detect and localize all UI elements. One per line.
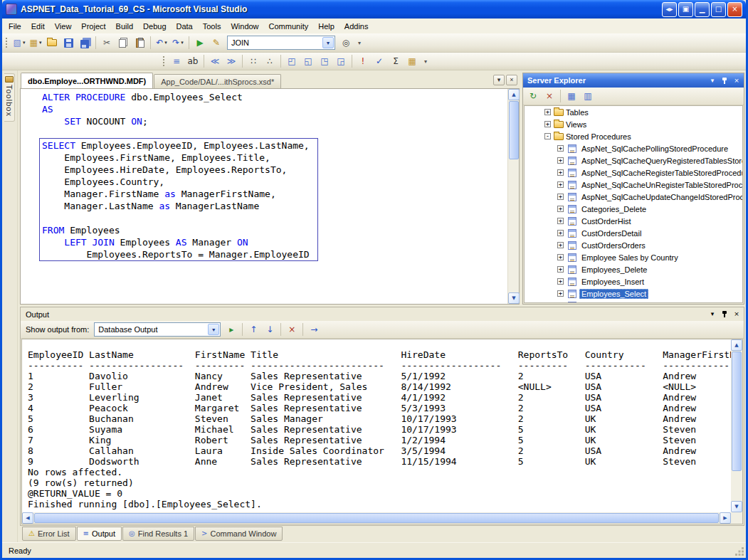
group-by-icon[interactable]: Σ: [388, 53, 404, 69]
menu-item-project[interactable]: Project: [76, 20, 110, 33]
menu-item-file[interactable]: File: [4, 20, 26, 33]
tree-item-employees-select[interactable]: +Employees_Select: [525, 287, 742, 300]
scroll-down-icon[interactable]: ▼: [731, 501, 742, 512]
sql-search-combo[interactable]: JOIN▼: [227, 36, 335, 50]
save-all-icon[interactable]: [77, 35, 93, 51]
expander-icon[interactable]: -: [544, 133, 551, 139]
comment-icon[interactable]: ∷: [246, 53, 261, 69]
menu-item-help[interactable]: Help: [313, 20, 339, 33]
add-new-item-icon[interactable]: ▧▾: [11, 35, 27, 51]
scroll-up-icon[interactable]: ▲: [508, 89, 520, 100]
toolbox-tab[interactable]: Toolbox: [4, 73, 15, 122]
paste-icon[interactable]: [132, 35, 147, 51]
menu-item-view[interactable]: View: [50, 20, 77, 33]
member-list-icon[interactable]: ≡: [169, 53, 184, 69]
auto-hide-pin-icon[interactable]: [719, 309, 730, 319]
expander-icon[interactable]: +: [557, 218, 564, 224]
expander-icon[interactable]: +: [557, 157, 564, 164]
pencil-icon[interactable]: ✎: [209, 35, 224, 51]
diagram-pane-icon[interactable]: ◰: [284, 53, 300, 69]
tree-item-employee-sales-by-country[interactable]: +Employee Sales by Country: [525, 251, 742, 263]
panel-tab-output[interactable]: ≡Output: [77, 527, 122, 541]
save-icon[interactable]: [60, 35, 76, 51]
redo-icon[interactable]: ↷▾: [170, 35, 186, 51]
close-icon[interactable]: ×: [727, 2, 742, 17]
copy-icon[interactable]: [115, 35, 131, 51]
menu-item-tools[interactable]: Tools: [198, 20, 226, 33]
scrollbar-track[interactable]: [731, 472, 742, 501]
prev-message-icon[interactable]: ↑: [246, 322, 261, 337]
tree-item-aspnet-sqlcachequeryregisteredtablesstoredprocedure[interactable]: +AspNet_SqlCacheQueryRegisteredTablesSto…: [525, 154, 742, 167]
connect-server-icon[interactable]: ▥: [580, 88, 596, 104]
decrease-indent-icon[interactable]: ≪: [207, 53, 223, 69]
scrollbar-thumb[interactable]: [34, 513, 719, 523]
expander-icon[interactable]: +: [557, 266, 564, 273]
output-vertical-scrollbar[interactable]: ▲ ▼: [731, 339, 742, 512]
expander-icon[interactable]: +: [544, 121, 551, 127]
open-file-icon[interactable]: [44, 35, 60, 51]
toolbar-grip[interactable]: [5, 37, 8, 48]
cut-icon[interactable]: ✂: [99, 35, 115, 51]
toolbar-overflow-icon[interactable]: ▾: [421, 53, 431, 69]
uncomment-icon[interactable]: ∴: [262, 53, 278, 69]
menu-item-debug[interactable]: Debug: [138, 20, 171, 33]
tree-item-views[interactable]: +Views: [525, 118, 742, 130]
sql-pane-icon[interactable]: ◳: [317, 53, 332, 69]
tree-item-employees-delete[interactable]: +Employees_Delete: [525, 263, 742, 275]
add-table-icon[interactable]: ▦: [404, 53, 420, 69]
combo-dropdown-icon[interactable]: ▼: [208, 324, 219, 335]
window-position-icon[interactable]: ▾: [707, 75, 718, 86]
execute-sql-icon[interactable]: !: [355, 53, 371, 69]
start-icon[interactable]: ▸: [223, 322, 239, 337]
tree-item-employees-insert[interactable]: +Employees_Insert: [525, 275, 742, 287]
output-text[interactable]: EmployeeID LastName FirstName Title Hire…: [22, 339, 731, 512]
tree-item-custorderhist[interactable]: +CustOrderHist: [525, 215, 742, 227]
add-item-icon[interactable]: ▦▾: [28, 35, 43, 51]
menu-item-addins[interactable]: Addins: [339, 20, 374, 33]
close-panel-icon[interactable]: ×: [731, 75, 742, 86]
expander-icon[interactable]: +: [557, 290, 564, 297]
tree-item-aspnet-sqlcacheunregistertablestoredprocedure[interactable]: +AspNet_SqlCacheUnRegisterTableStoredPro…: [525, 179, 742, 191]
panel-tab-error-list[interactable]: ⚠Error List: [22, 527, 76, 541]
combo-dropdown-icon[interactable]: ▼: [322, 37, 334, 48]
refresh-icon[interactable]: ↻: [525, 88, 541, 104]
tree-item-aspnet-sqlcacheregistertablestoredprocedure[interactable]: +AspNet_SqlCacheRegisterTableStoredProce…: [525, 167, 742, 179]
expander-icon[interactable]: +: [557, 242, 564, 248]
expander-icon[interactable]: +: [557, 145, 564, 152]
scrollbar-thumb[interactable]: [732, 352, 742, 471]
criteria-pane-icon[interactable]: ◱: [300, 53, 316, 69]
menu-item-window[interactable]: Window: [226, 20, 263, 33]
goto-source-icon[interactable]: →: [306, 322, 322, 337]
expander-icon[interactable]: +: [557, 254, 564, 260]
tree-item-custordersdetail[interactable]: +CustOrdersDetail: [525, 227, 742, 239]
sql-editor[interactable]: ALTER PROCEDURE dbo.Employees_SelectAS S…: [21, 89, 507, 304]
expander-icon[interactable]: +: [557, 230, 564, 236]
scroll-down-icon[interactable]: ▼: [508, 292, 520, 304]
panel-tab-command-window[interactable]: >Command Window: [195, 527, 283, 541]
stop-refresh-icon[interactable]: ×: [542, 88, 557, 104]
menu-item-data[interactable]: Data: [172, 20, 198, 33]
find-icon[interactable]: ◎: [338, 35, 354, 51]
tree-item-employees-update[interactable]: +Employees_Update: [525, 300, 742, 303]
close-document-icon[interactable]: ×: [506, 75, 517, 85]
maximize-icon[interactable]: □: [711, 2, 726, 17]
expander-icon[interactable]: +: [557, 194, 564, 200]
verify-sql-icon[interactable]: ✓: [372, 53, 387, 69]
expander-icon[interactable]: +: [557, 169, 564, 176]
close-panel-icon[interactable]: ×: [731, 309, 742, 319]
connect-database-icon[interactable]: ▦: [564, 88, 579, 104]
tree-item-categories-delete[interactable]: +Categories_Delete: [525, 203, 742, 215]
editor-vertical-scrollbar[interactable]: ▲ ▼: [507, 89, 519, 304]
menu-item-build[interactable]: Build: [111, 20, 138, 33]
title-bar[interactable]: ASPNET_Data_Tutorial_69_CS - Microsoft V…: [2, 0, 746, 19]
tree-item-stored-procedures[interactable]: -Stored Procedures: [525, 130, 742, 142]
scrollbar-thumb[interactable]: [509, 101, 519, 159]
expander-icon[interactable]: +: [544, 109, 551, 115]
output-titlebar[interactable]: Output ▾ ×: [21, 307, 744, 321]
expander-icon[interactable]: +: [557, 302, 564, 303]
tree-item-tables[interactable]: +Tables: [525, 106, 742, 118]
output-horizontal-scrollbar[interactable]: ◀ ▶: [22, 512, 731, 524]
tab-stored-procedure[interactable]: dbo.Employe...ORTHWND.MDF): [21, 73, 153, 88]
panel-tab-find-results-1[interactable]: ◎Find Results 1: [122, 527, 194, 541]
minimize-icon[interactable]: ▁: [695, 2, 710, 17]
